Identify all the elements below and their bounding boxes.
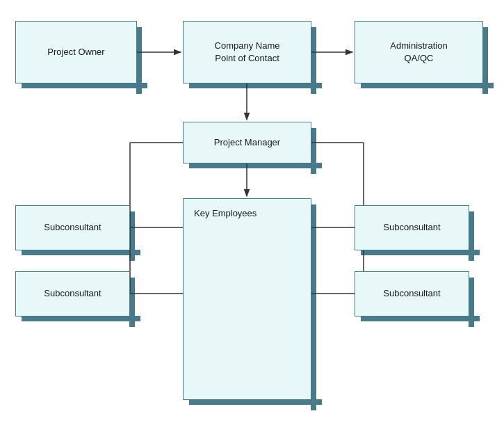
- subconsultant-tr-label: Subconsultant: [383, 221, 440, 234]
- administration-box: Administration QA/QC: [355, 21, 483, 83]
- qaqc-label: QA/QC: [405, 52, 434, 65]
- subconsultant-top-right-box: Subconsultant: [355, 205, 469, 250]
- administration-label: Administration: [390, 40, 447, 52]
- subconsultant-bottom-left-box: Subconsultant: [15, 271, 130, 316]
- company-name-label: Company Name: [215, 40, 280, 52]
- subconsultant-br-label: Subconsultant: [383, 287, 440, 300]
- point-of-contact-label: Point of Contact: [215, 52, 279, 65]
- subconsultant-bottom-right-box: Subconsultant: [355, 271, 469, 316]
- key-employees-label: Key Employees: [194, 207, 257, 220]
- subconsultant-bl-label: Subconsultant: [44, 287, 101, 300]
- subconsultant-tl-label: Subconsultant: [44, 221, 101, 234]
- project-manager-box: Project Manager: [183, 122, 311, 163]
- project-owner-box: Project Owner: [15, 21, 137, 83]
- diagram-container: Project Owner Company Name Point of Cont…: [0, 0, 504, 441]
- project-owner-label: Project Owner: [47, 46, 104, 58]
- key-employees-box: Key Employees: [183, 198, 311, 400]
- subconsultant-top-left-box: Subconsultant: [15, 205, 130, 250]
- project-manager-label: Project Manager: [214, 136, 280, 149]
- company-name-box: Company Name Point of Contact: [183, 21, 311, 83]
